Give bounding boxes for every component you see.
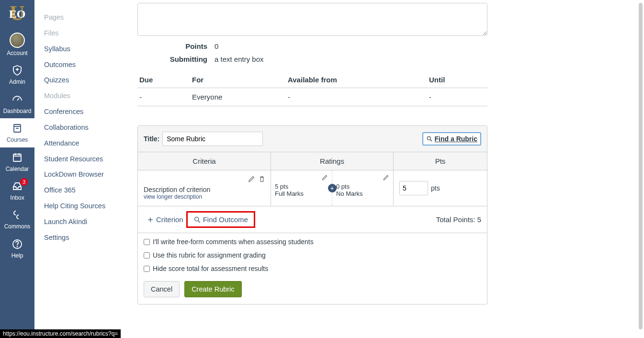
course-nav: Pages Files Syllabus Outcomes Quizzes Mo… — [34, 0, 113, 338]
course-nav-attendance[interactable]: Attendance — [44, 135, 113, 151]
due-dates-table: Due For Available from Until - Everyone … — [137, 72, 487, 106]
edit-criterion-icon[interactable] — [248, 175, 255, 184]
nav-help[interactable]: Help — [0, 234, 34, 263]
avatar — [10, 33, 25, 48]
nav-commons[interactable]: Commons — [0, 205, 34, 234]
col-ratings: Ratings — [271, 152, 394, 170]
nav-admin[interactable]: Admin — [0, 60, 34, 89]
create-rubric-button[interactable]: Create Rubric — [184, 281, 241, 297]
edit-rating-icon[interactable] — [383, 174, 389, 182]
check-freeform[interactable]: I'll write free-form comments when asses… — [144, 238, 481, 246]
find-outcome-link[interactable]: Find Outcome — [191, 214, 251, 225]
calendar-icon — [11, 151, 23, 164]
course-nav-files[interactable]: Files — [44, 25, 113, 41]
nav-account[interactable]: Account — [0, 29, 34, 60]
course-nav-office365[interactable]: Office 365 — [44, 182, 113, 198]
status-bar: https://eou.instructure.com/search/rubri… — [0, 329, 121, 338]
svg-point-12 — [427, 136, 430, 140]
global-nav: U EO Account Admin Dashboard Courses Cal… — [0, 0, 34, 338]
scrollbar[interactable] — [639, 3, 643, 329]
dashboard-icon — [11, 93, 23, 106]
delete-criterion-icon[interactable] — [258, 175, 266, 184]
col-criteria: Criteria — [138, 152, 271, 170]
course-nav-conferences[interactable]: Conferences — [44, 104, 113, 120]
course-nav-settings[interactable]: Settings — [44, 230, 113, 246]
criterion-points-input[interactable] — [399, 181, 428, 195]
nav-courses[interactable]: Courses — [0, 118, 34, 147]
plus-icon — [147, 216, 154, 224]
course-nav-student-resources[interactable]: Student Resources — [44, 151, 113, 167]
nav-inbox[interactable]: 3 Inbox — [0, 176, 34, 205]
submitting-label: Submitting — [137, 55, 215, 63]
shield-icon — [11, 64, 23, 77]
help-icon — [11, 238, 23, 250]
course-nav-outcomes[interactable]: Outcomes — [44, 57, 113, 73]
svg-line-13 — [430, 140, 432, 142]
check-use-grading[interactable]: Use this rubric for assignment grading — [144, 251, 481, 259]
course-nav-modules[interactable]: Modules — [44, 88, 113, 104]
main-content: Points 0 Submitting a text entry box Due… — [113, 0, 638, 338]
nav-calendar[interactable]: Calendar — [0, 147, 34, 176]
course-nav-syllabus[interactable]: Syllabus — [44, 41, 113, 57]
svg-point-11 — [17, 246, 18, 247]
course-nav-collaborations[interactable]: Collaborations — [44, 120, 113, 135]
add-rating-button[interactable]: + — [328, 184, 337, 192]
course-nav-launch-akindi[interactable]: Launch Akindi — [44, 214, 113, 230]
points-label: Points — [137, 42, 215, 50]
svg-point-16 — [194, 217, 198, 221]
criterion-description: Description of criterion — [144, 186, 265, 193]
search-icon — [426, 135, 433, 142]
inbox-badge: 3 — [20, 178, 28, 186]
svg-rect-3 — [13, 154, 21, 161]
description-textarea[interactable] — [137, 3, 487, 36]
svg-line-17 — [198, 221, 200, 223]
find-rubric-link[interactable]: Find a Rubric — [422, 132, 481, 146]
col-until: Until — [427, 72, 487, 88]
course-nav-quizzes[interactable]: Quizzes — [44, 72, 113, 88]
rubric-title-label: Title: — [144, 135, 159, 143]
search-icon — [193, 216, 201, 224]
institution-logo[interactable]: U EO — [3, 2, 32, 26]
add-criterion-link[interactable]: Criterion — [144, 214, 186, 225]
total-points: Total Points: 5 — [436, 215, 481, 224]
rubric-criterion-row: Description of criterion view longer des… — [138, 170, 487, 206]
col-due: Due — [137, 72, 190, 88]
view-longer-description[interactable]: view longer description — [144, 193, 265, 200]
col-avail: Available from — [286, 72, 427, 88]
nav-dashboard[interactable]: Dashboard — [0, 90, 34, 118]
course-nav-help-citing[interactable]: Help Citing Sources — [44, 198, 113, 214]
rubric-editor: Title: Find a Rubric Criteria Ratings Pt… — [137, 125, 487, 304]
col-for: For — [190, 72, 286, 88]
points-value: 0 — [215, 42, 218, 50]
commons-icon — [11, 209, 23, 221]
course-nav-pages[interactable]: Pages — [44, 10, 113, 25]
book-icon — [11, 122, 23, 135]
submitting-value: a text entry box — [215, 55, 264, 63]
edit-rating-icon[interactable] — [321, 174, 328, 182]
cancel-button[interactable]: Cancel — [144, 281, 180, 297]
table-row: - Everyone - - — [137, 88, 487, 106]
rubric-title-input[interactable] — [162, 132, 263, 146]
course-nav-lockdown-browser[interactable]: LockDown Browser — [44, 167, 113, 182]
col-pts: Pts — [394, 152, 487, 170]
check-hide-score[interactable]: Hide score total for assessment results — [144, 265, 481, 272]
